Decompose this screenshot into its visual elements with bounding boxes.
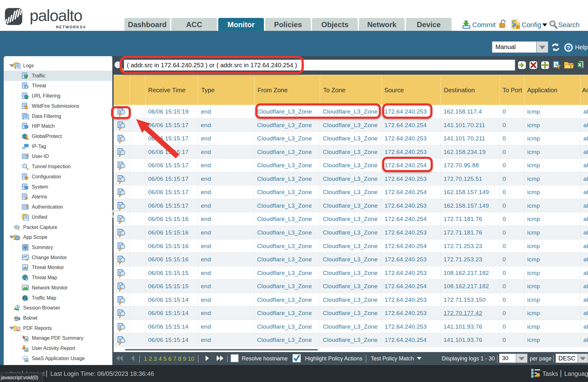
svg-text:?: ? bbox=[567, 45, 570, 51]
svg-text:x: x bbox=[26, 85, 27, 89]
svg-text:x: x bbox=[26, 278, 27, 281]
svg-text:NETWORKS®: NETWORKS® bbox=[56, 25, 86, 29]
svg-text:paloalto: paloalto bbox=[30, 7, 82, 24]
